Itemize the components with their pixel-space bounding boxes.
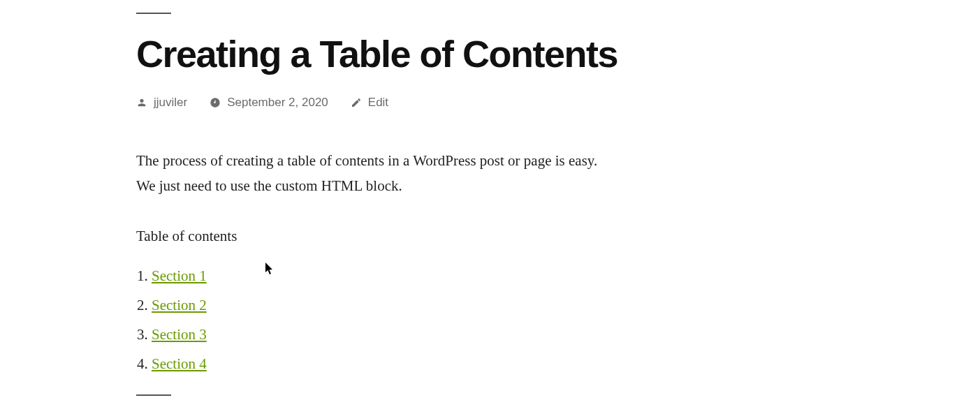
post-content: The process of creating a table of conte… xyxy=(136,149,611,396)
meta-author-group: jjuviler xyxy=(136,96,187,110)
pencil-icon xyxy=(351,97,362,108)
clock-icon xyxy=(210,97,221,108)
post-container: Creating a Table of Contents jjuviler Se… xyxy=(0,0,629,396)
toc-list: Section 1 Section 2 Section 3 Section 4 xyxy=(136,264,611,376)
toc-link-2[interactable]: Section 2 xyxy=(152,297,207,313)
list-item: Section 1 xyxy=(152,264,611,289)
date-link[interactable]: September 2, 2020 xyxy=(227,96,328,110)
meta-edit-group: Edit xyxy=(351,96,388,110)
edit-link[interactable]: Edit xyxy=(368,96,388,110)
list-item: Section 2 xyxy=(152,293,611,318)
intro-paragraph: The process of creating a table of conte… xyxy=(136,149,611,198)
top-divider xyxy=(136,13,171,14)
toc-label: Table of contents xyxy=(136,224,611,249)
post-title: Creating a Table of Contents xyxy=(136,34,629,75)
bottom-divider xyxy=(136,394,171,396)
list-item: Section 3 xyxy=(152,323,611,348)
toc-link-3[interactable]: Section 3 xyxy=(152,326,207,343)
meta-date-group: September 2, 2020 xyxy=(210,96,328,110)
person-icon xyxy=(136,97,147,108)
post-meta: jjuviler September 2, 2020 Edit xyxy=(136,96,629,110)
toc-link-1[interactable]: Section 1 xyxy=(152,267,207,284)
author-link[interactable]: jjuviler xyxy=(154,96,187,110)
list-item: Section 4 xyxy=(152,352,611,377)
toc-link-4[interactable]: Section 4 xyxy=(152,355,207,372)
